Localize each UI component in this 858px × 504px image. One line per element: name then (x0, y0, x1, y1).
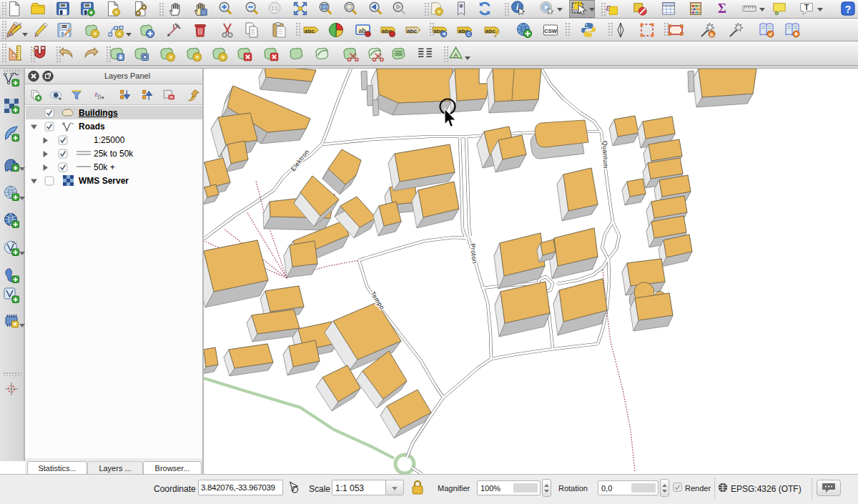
svg-text:abc: abc (305, 28, 315, 34)
svg-text:A: A (454, 51, 458, 59)
svg-text:C: C (467, 31, 470, 36)
svg-text:1:1: 1:1 (271, 6, 278, 11)
svg-text:T: T (804, 4, 809, 11)
svg-text:CSW: CSW (544, 28, 557, 34)
svg-text:?: ? (845, 4, 851, 15)
svg-text:abc: abc (407, 28, 417, 34)
svg-text:ε: ε (606, 1, 611, 13)
svg-text:Σ: Σ (718, 1, 726, 16)
svg-text:abc: abc (485, 28, 495, 34)
svg-text:Quantum: Quantum (601, 141, 609, 169)
svg-text:b: b (710, 32, 713, 37)
